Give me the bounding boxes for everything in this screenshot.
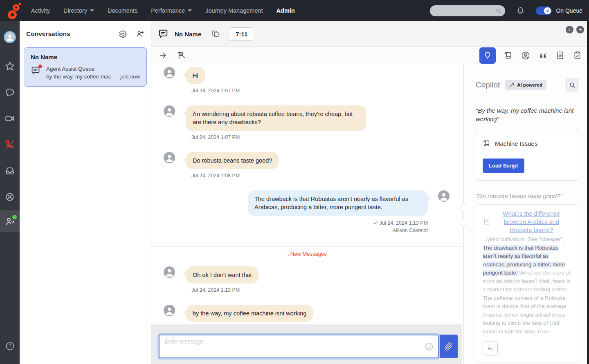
genesys-logo-icon[interactable]	[7, 2, 23, 20]
suggested-article-card: What is the difference between Arabica a…	[476, 204, 579, 362]
nav-admin[interactable]: Admin	[277, 7, 295, 14]
help-icon[interactable]: ?	[0, 333, 20, 359]
nav-directory[interactable]: Directory	[63, 7, 94, 14]
message-bubble: by the way, my coffee machine isnt worki…	[186, 305, 313, 322]
copilot-search-button[interactable]	[565, 78, 579, 92]
collapse-panel-button[interactable]	[566, 26, 573, 33]
magic-wand-icon	[509, 82, 515, 88]
new-messages-divider	[151, 246, 462, 246]
customer-utterance-quote: "Do robusta beans taste good?"	[476, 192, 574, 200]
panel-splitter	[462, 64, 465, 364]
interaction-header: No Name 7:11	[151, 21, 589, 47]
message-composer	[151, 324, 462, 364]
search-icon	[495, 7, 502, 14]
message-input[interactable]	[159, 335, 439, 358]
splitter-drag-handle[interactable]	[461, 203, 466, 226]
online-status-dot	[12, 215, 17, 219]
chevron-down-icon	[188, 9, 192, 12]
quotes-tab-icon[interactable]	[538, 51, 548, 60]
customer-message-group: by the way, my coffee machine isnt worki…	[151, 305, 462, 324]
interaction-toolbar	[151, 47, 589, 64]
customer-avatar	[164, 152, 175, 163]
ai-powered-badge: AI powered	[505, 80, 546, 90]
wheel-icon[interactable]	[0, 184, 20, 210]
delivered-check-icon	[373, 220, 378, 225]
message-timestamp: Jul 24, 2024 1:07 PM	[191, 134, 462, 140]
customer-utterance-quote: "By the way, my coffee machine isnt work…	[476, 106, 574, 123]
avatar	[4, 31, 16, 43]
nav-journey-management[interactable]: Journey Management	[205, 7, 263, 14]
settings-gear-icon[interactable]	[119, 30, 127, 38]
message-bubble: Oh ok I don't want that	[186, 266, 259, 284]
contact-profile-tab-icon[interactable]	[521, 51, 531, 60]
top-nav-bar: Activity Directory Documents Performance…	[0, 0, 589, 21]
nav-activity[interactable]: Activity	[31, 7, 50, 14]
copilot-title: Copilot	[476, 80, 500, 89]
unread-dot	[38, 65, 42, 68]
video-icon[interactable]	[0, 105, 20, 132]
customer-avatar	[164, 67, 175, 78]
message-preview: by the way, my coffee machine isr	[46, 74, 111, 80]
agent-avatar	[438, 190, 450, 202]
on-queue-label: On Queue	[556, 7, 582, 14]
customer-avatar	[164, 266, 175, 278]
copilot-suggestions-tab[interactable]	[479, 47, 496, 64]
add-person-icon[interactable]	[135, 29, 144, 38]
phone-disabled-icon[interactable]	[0, 132, 20, 158]
chat-icon[interactable]	[0, 79, 20, 105]
arrow-down-icon: ↓	[287, 251, 290, 257]
profile-avatar[interactable]	[0, 21, 20, 53]
message-bubble: The drawback is that Robustas aren't nea…	[248, 190, 428, 216]
chat-transcript: Hi Jul 24, 2024 1:07 PM i'm wondering ab…	[151, 64, 462, 364]
customer-avatar	[164, 105, 175, 117]
copilot-panel: Copilot AI powered "By the way, my coffe…	[465, 64, 589, 364]
customer-avatar	[164, 305, 175, 316]
customer-message-group: i'm wondering about robusta coffee beans…	[151, 105, 462, 140]
script-name: Machine Issues	[495, 140, 537, 147]
inbox-icon[interactable]	[0, 158, 20, 184]
message-time: just now	[120, 74, 140, 80]
wrapup-clipboard-icon[interactable]	[573, 51, 582, 60]
script-tab-icon[interactable]	[504, 51, 513, 60]
conversation-list-item[interactable]: No Name Agent Assist Queue by the way, m…	[24, 47, 147, 87]
message-bubble: i'm wondering about robusta coffee beans…	[186, 105, 366, 131]
article-snippet: ...yield cultivation. See “cheaper”. The…	[483, 235, 572, 336]
message-timestamp: Jul 24, 2024 1:08 PM	[191, 173, 462, 179]
copy-icon[interactable]	[211, 30, 220, 38]
paperclip-icon	[443, 342, 453, 351]
message-timestamp: Jul 24, 2024 1:13 PM	[380, 220, 428, 226]
notifications-bell-icon[interactable]	[516, 6, 525, 16]
message-icon	[158, 29, 169, 39]
nav-performance[interactable]: Performance	[151, 7, 192, 14]
interaction-title: No Name	[175, 31, 201, 38]
favorites-star-icon[interactable]	[0, 53, 20, 79]
global-search-input[interactable]	[430, 5, 505, 16]
new-messages-label: ↓New Messages	[151, 251, 462, 257]
toggle-knob-check-icon	[544, 7, 551, 14]
transfer-arrow-icon[interactable]	[158, 51, 168, 60]
message-timestamp: Jul 24, 2024 1:13 PM	[191, 287, 462, 293]
svg-text:?: ?	[9, 343, 11, 349]
load-script-button[interactable]: Load Script	[483, 159, 524, 173]
emoji-icon[interactable]	[424, 342, 434, 351]
global-search	[430, 5, 505, 16]
attach-file-button[interactable]	[439, 335, 458, 358]
conversations-panel: Conversations No Name Agent Assist Queue…	[20, 21, 151, 364]
conversation-name: No Name	[31, 54, 140, 60]
message-bubble: Hi	[186, 67, 205, 84]
article-link[interactable]: What is the difference between Arabica a…	[495, 210, 568, 234]
on-queue-toggle[interactable]	[536, 7, 552, 15]
flag-off-icon[interactable]	[177, 51, 186, 60]
conversations-title: Conversations	[26, 30, 119, 38]
desktop-edge	[587, 21, 589, 364]
add-view-button[interactable]	[576, 26, 584, 33]
agent-message-group: The drawback is that Robustas aren't nea…	[151, 190, 462, 234]
agent-queue-icon[interactable]	[0, 210, 20, 232]
suggested-script-card: Machine Issues Load Script	[476, 130, 579, 181]
nav-documents[interactable]: Documents	[108, 7, 137, 14]
interaction-timer: 7:11	[230, 27, 253, 41]
notes-tab-icon[interactable]	[555, 51, 565, 60]
script-icon	[483, 139, 491, 147]
insert-reply-button[interactable]	[483, 342, 498, 355]
reply-arrow-icon	[487, 345, 494, 352]
